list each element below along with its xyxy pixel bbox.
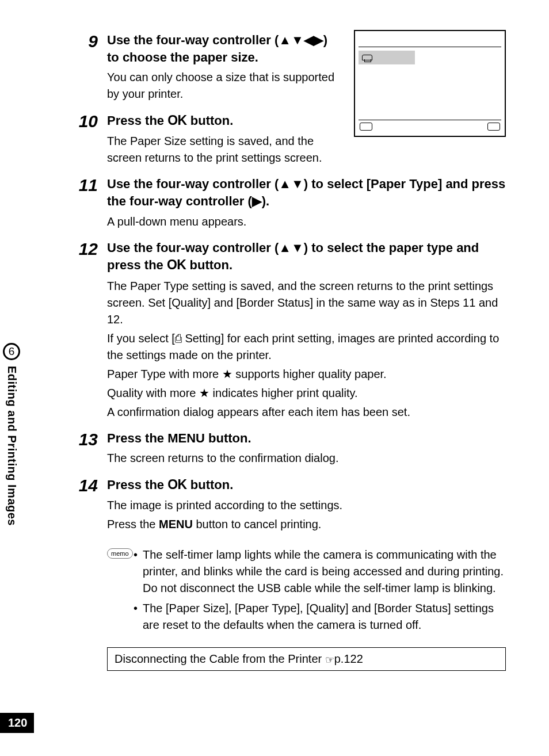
arrow-up-down-left-right-icon: ▲▼◀▶ [279,33,323,47]
memo-item: The [Paper Size], [Paper Type], [Quality… [134,600,506,633]
step-heading: Press the OK button. [107,476,506,494]
hand-pointer-icon: ☞ [325,654,334,666]
step-description: The screen returns to the confirmation d… [107,450,506,467]
memo-block: memo The self-timer lamp lights while th… [107,547,506,637]
ok-button-label: OK [167,477,187,492]
cross-reference-box: Disconnecting the Cable from the Printer… [107,647,506,671]
arrow-right-icon: ▶ [252,194,262,208]
step-heading: Use the four-way controller (▲▼◀▶) to ch… [107,32,337,66]
side-tab: 6 Editing and Printing Images [0,343,23,526]
step-number: 14 [75,476,107,495]
step-heading: Use the four-way controller (▲▼) to sele… [107,239,506,274]
step-number: 12 [75,239,107,258]
step-heading: Press the MENU button. [107,430,506,447]
step-number: 9 [75,32,107,51]
illus-button-left [360,123,372,131]
step-heading: Use the four-way controller (▲▼) to sele… [107,175,506,209]
step-description: The Paper Size setting is saved, and the… [107,133,337,166]
page-number: 120 [0,713,34,733]
ok-button-label: OK [167,113,187,128]
step-11: 11 Use the four-way controller (▲▼) to s… [75,175,506,235]
chapter-label: Editing and Printing Images [5,366,18,526]
step-description: The Paper Type setting is saved, and the… [107,278,506,421]
illus-button-right [487,123,500,131]
step-number: 13 [75,430,107,449]
printer-icon [362,55,372,60]
chapter-number-badge: 6 [3,343,20,360]
arrow-up-down-icon: ▲▼ [279,177,304,191]
step-number: 11 [75,175,107,194]
step-heading: Press the OK button. [107,112,337,129]
memo-icon: memo [107,547,134,559]
page: 6 Editing and Printing Images 120 9 Use … [0,0,549,756]
step-description: The image is printed according to the se… [107,497,506,533]
step-14: 14 Press the OK button. The image is pri… [75,476,506,539]
step-13: 13 Press the MENU button. The screen ret… [75,430,506,473]
ok-button-label: OK [167,257,186,272]
step-description: You can only choose a size that is suppo… [107,69,337,102]
printer-icon-cell [359,51,415,64]
step-description: A pull-down menu appears. [107,213,506,230]
memo-list: The self-timer lamp lights while the cam… [134,547,506,637]
step-number: 10 [75,112,107,131]
screen-illustration [354,30,506,137]
menu-button-label: MENU [167,431,205,445]
menu-button-label: MENU [159,518,193,530]
memo-item: The self-timer lamp lights while the cam… [134,547,506,597]
arrow-up-down-icon: ▲▼ [279,240,304,255]
step-12: 12 Use the four-way controller (▲▼) to s… [75,239,506,426]
